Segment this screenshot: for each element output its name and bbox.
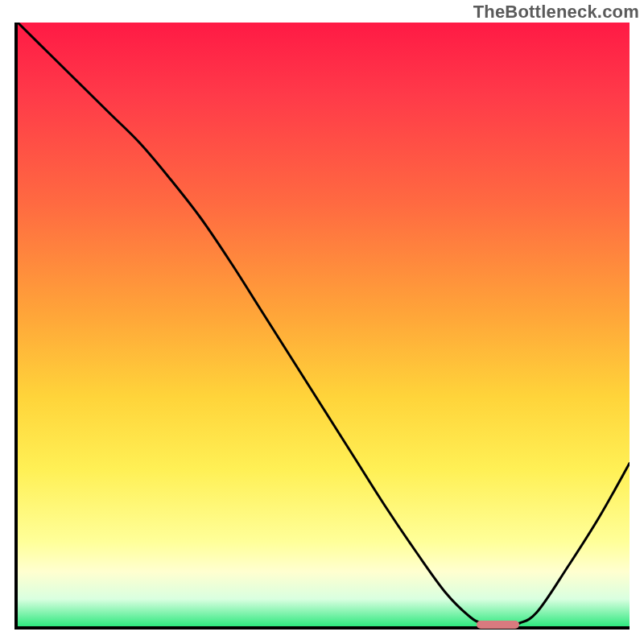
bottleneck-curve — [18, 23, 630, 626]
watermark-text: TheBottleneck.com — [473, 2, 639, 23]
chart-canvas: TheBottleneck.com — [0, 0, 644, 644]
optimal-marker — [477, 621, 519, 629]
plot-area — [14, 23, 630, 630]
